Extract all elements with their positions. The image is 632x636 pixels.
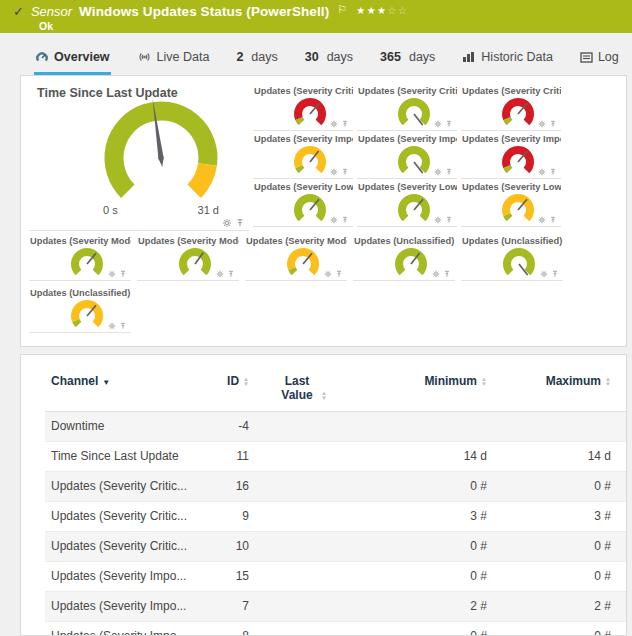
pin-icon[interactable] — [119, 322, 127, 330]
gauge-cell[interactable]: Updates (Unclassified) Install... — [461, 233, 563, 281]
pin-icon[interactable] — [445, 168, 453, 176]
pin-icon[interactable] — [341, 168, 349, 176]
pin-icon[interactable] — [549, 216, 557, 224]
cell-actions[interactable] — [617, 532, 627, 562]
pin-icon[interactable] — [235, 218, 245, 228]
star-rating[interactable]: ★★★☆☆ — [356, 5, 408, 16]
table-row[interactable]: Updates (Severity Impo...80 #0 # — [45, 622, 627, 636]
gauge-cell[interactable]: Updates (Severity Moderate) ... — [29, 233, 131, 281]
pin-icon[interactable] — [443, 270, 451, 278]
gauge-cell[interactable]: Updates (Severity Critical) Mi... — [461, 83, 561, 131]
cell-actions[interactable] — [617, 592, 627, 622]
sensor-header: ✓ Sensor Windows Updates Status (PowerSh… — [0, 0, 632, 33]
gear-icon[interactable] — [538, 216, 546, 224]
tab-30-days[interactable]: 30days — [304, 50, 354, 75]
cell-actions[interactable] — [617, 472, 627, 502]
star-empty-icon[interactable]: ☆ — [388, 5, 398, 16]
pin-icon[interactable] — [551, 270, 559, 278]
gauge-title: Updates (Severity Low) Hidden — [253, 179, 353, 192]
pin-icon[interactable] — [341, 120, 349, 128]
gauge-cell[interactable]: Updates (Severity Critical) Ins... — [357, 83, 457, 131]
pin-icon[interactable] — [119, 270, 127, 278]
cell-min: 0 # — [349, 562, 493, 592]
gauge-title: Updates (Severity Moderate)... — [245, 233, 347, 246]
gear-icon[interactable] — [216, 270, 224, 278]
table-row[interactable]: Updates (Severity Critic...93 #3 # — [45, 502, 627, 532]
column-header-max[interactable]: Maximum▲▼ — [493, 368, 617, 412]
gauge-cell-time-since-last-update[interactable]: Time Since Last Update0 s31 d — [29, 81, 249, 231]
table-row[interactable]: Updates (Severity Critic...100 #0 # — [45, 532, 627, 562]
cell-max: 2 # — [493, 592, 617, 622]
column-header-id[interactable]: ID▲▼ — [195, 368, 255, 412]
flag-icon[interactable]: ⚐ — [337, 3, 347, 16]
gear-icon[interactable] — [538, 168, 546, 176]
tab-overview[interactable]: Overview — [34, 50, 111, 75]
cell-last — [255, 412, 349, 442]
tab-2-days[interactable]: 2days — [235, 50, 278, 75]
gauge-dial — [287, 144, 333, 176]
tab-365-days[interactable]: 365days — [379, 50, 436, 75]
table-row[interactable]: Updates (Severity Impo...72 #2 # — [45, 592, 627, 622]
gauge-dial — [495, 96, 541, 128]
pin-icon[interactable] — [445, 216, 453, 224]
pin-icon[interactable] — [445, 120, 453, 128]
pin-icon[interactable] — [549, 120, 557, 128]
gear-icon[interactable] — [324, 270, 332, 278]
star-filled-icon[interactable]: ★ — [377, 5, 387, 16]
gear-icon[interactable] — [432, 270, 440, 278]
cell-channel: Updates (Severity Impo... — [45, 622, 195, 636]
gauge-cell[interactable]: Updates (Severity Moderate) I... — [137, 233, 239, 281]
cell-actions[interactable] — [617, 502, 627, 532]
gauge-cell[interactable]: Updates (Severity Important) ... — [461, 131, 561, 179]
gear-icon[interactable] — [538, 120, 546, 128]
table-row[interactable]: Time Since Last Update1114 d14 d — [45, 442, 627, 472]
table-row[interactable]: Downtime-4 — [45, 412, 627, 442]
tab-log[interactable]: Log — [579, 50, 620, 75]
cell-actions[interactable] — [617, 442, 627, 472]
gauge-cell[interactable]: Updates (Severity Low) Install... — [357, 179, 457, 227]
star-empty-icon[interactable]: ☆ — [398, 5, 408, 16]
gauge-cell[interactable]: Updates (Unclassified) Hidden — [353, 233, 455, 281]
cell-actions[interactable] — [617, 622, 627, 636]
pin-icon[interactable] — [227, 270, 235, 278]
gear-icon[interactable] — [330, 120, 338, 128]
gear-icon[interactable] — [434, 216, 442, 224]
gear-icon[interactable] — [434, 168, 442, 176]
gauge-cell[interactable]: Updates (Severity Important) ... — [357, 131, 457, 179]
tab-label: days — [327, 50, 353, 64]
gauge-cell[interactable]: Updates (Severity Critical) Hi... — [253, 83, 353, 131]
cell-min: 2 # — [349, 592, 493, 622]
gear-icon[interactable] — [108, 322, 116, 330]
cell-min — [349, 412, 493, 442]
cell-actions[interactable] — [617, 412, 627, 442]
gear-icon[interactable] — [330, 216, 338, 224]
gauge-cell[interactable]: Updates (Severity Moderate)... — [245, 233, 347, 281]
column-header-last[interactable]: Last Value▲▼ — [255, 368, 349, 412]
pin-icon[interactable] — [335, 270, 343, 278]
pin-icon[interactable] — [341, 216, 349, 224]
gauge-title: Updates (Severity Low) Missi... — [461, 179, 561, 192]
column-header-channel[interactable]: Channel▼ — [45, 368, 195, 412]
gauge-title: Updates (Severity Important) ... — [461, 131, 561, 144]
pin-icon[interactable] — [549, 168, 557, 176]
star-filled-icon[interactable]: ★ — [356, 5, 366, 16]
gauge-cell[interactable]: Updates (Severity Low) Missi... — [461, 179, 561, 227]
gauge-cell[interactable]: Updates (Severity Low) Hidden — [253, 179, 353, 227]
gear-icon[interactable] — [434, 120, 442, 128]
tab-live-data[interactable]: Live Data — [136, 50, 211, 75]
gauge-cell[interactable]: Updates (Unclassified) Missing — [29, 285, 131, 333]
cell-last — [255, 622, 349, 636]
gear-icon[interactable] — [222, 218, 232, 228]
tab-historic-data[interactable]: Historic Data — [461, 50, 554, 75]
column-header-min[interactable]: Minimum▲▼ — [349, 368, 493, 412]
gauge-min-label: 0 s — [103, 204, 118, 216]
gear-icon[interactable] — [330, 168, 338, 176]
gear-icon[interactable] — [540, 270, 548, 278]
star-filled-icon[interactable]: ★ — [367, 5, 377, 16]
cell-actions[interactable] — [617, 562, 627, 592]
table-row[interactable]: Updates (Severity Impo...150 #0 # — [45, 562, 627, 592]
gauge-cell[interactable]: Updates (Severity Important) ... — [253, 131, 353, 179]
gear-icon[interactable] — [108, 270, 116, 278]
table-row[interactable]: Updates (Severity Critic...160 #0 # — [45, 472, 627, 502]
gauge-title: Updates (Severity Critical) Hi... — [253, 83, 353, 96]
